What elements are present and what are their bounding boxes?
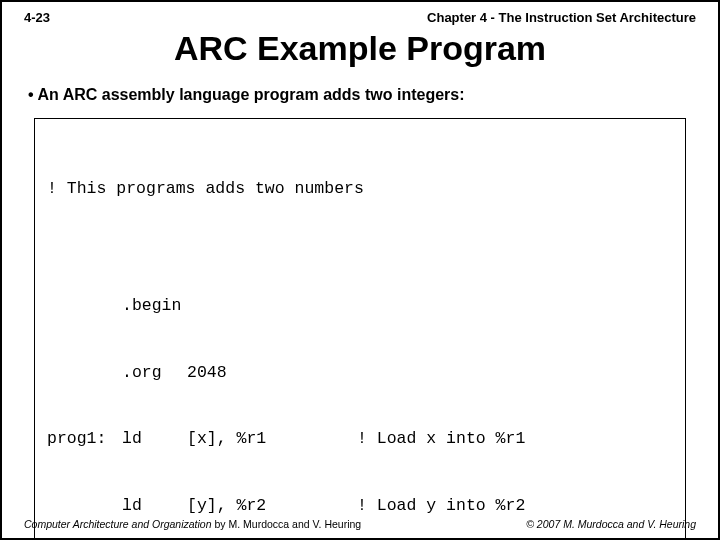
bullet-text: • An ARC assembly language program adds … — [28, 86, 696, 104]
code-line: .begin — [47, 295, 673, 317]
page-number: 4-23 — [24, 10, 50, 25]
code-listing: ! This programs adds two numbers .begin … — [34, 118, 686, 540]
code-comment: ! This programs adds two numbers — [47, 178, 673, 200]
footer-copyright: © 2007 M. Murdocca and V. Heuring — [526, 518, 696, 530]
chapter-label: Chapter 4 - The Instruction Set Architec… — [427, 10, 696, 25]
page-title: ARC Example Program — [24, 29, 696, 68]
code-line: prog1:ld[x], %r1! Load x into %r1 — [47, 428, 673, 450]
footer: Computer Architecture and Organization b… — [24, 518, 696, 530]
code-line: ld[y], %r2! Load y into %r2 — [47, 495, 673, 517]
book-title: Computer Architecture and Organization — [24, 518, 212, 530]
slide: 4-23 Chapter 4 - The Instruction Set Arc… — [0, 0, 720, 540]
code-line: .org2048 — [47, 362, 673, 384]
footer-authors: by M. Murdocca and V. Heuring — [212, 518, 362, 530]
footer-left: Computer Architecture and Organization b… — [24, 518, 361, 530]
header-row: 4-23 Chapter 4 - The Instruction Set Arc… — [24, 10, 696, 25]
